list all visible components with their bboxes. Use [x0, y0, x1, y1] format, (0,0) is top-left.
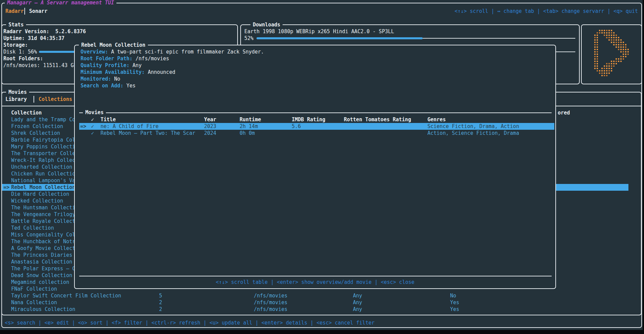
collection-name: Miss Congeniality Col — [11, 231, 75, 238]
collection-cell: Any — [353, 306, 362, 313]
collection-details-modal: Rebel Moon Collection — [74, 45, 556, 289]
modal-title: Rebel Moon Collection — [79, 42, 148, 48]
movies-table-header-cell: Genres — [427, 116, 446, 123]
collection-cell: /nfs/movies — [254, 306, 287, 313]
collection-name: Wreck-It Ralph Collec — [11, 157, 75, 164]
selection-arrow-icon: => — [80, 123, 86, 130]
collection-name: Die Hard Collection — [11, 191, 69, 197]
collection-name: Chicken Run Collectio — [11, 170, 75, 177]
movie-cell: ne: A Child of Fire — [101, 123, 159, 130]
field-label: Minimum Availability: — [81, 69, 145, 75]
field-label: Overview: — [81, 49, 108, 55]
collection-row[interactable]: Miraculous Collection2/nfs/moviesAnyYes — [2, 306, 628, 313]
collection-name: Uncharted Collection — [11, 164, 72, 170]
collection-cell: Yes — [450, 306, 459, 313]
modal-field-line: Search on Add: Yes — [81, 82, 136, 89]
collection-name: Lady and the Tramp Co — [11, 116, 75, 123]
collection-name: Rebel Moon Collection — [11, 184, 75, 191]
collection-cell: Any — [353, 299, 362, 306]
collection-name: Wicked Collection — [11, 197, 63, 204]
movie-cell: Action, Science Fiction, Drama — [427, 130, 519, 137]
movie-cell: 0h 0m — [240, 130, 255, 137]
collection-name: Mary Poppins Collecti — [11, 143, 75, 150]
movies-table-header-cell: Rotten Tomatoes Rating — [344, 116, 411, 123]
movies-table-header-cell: ✓ — [91, 116, 94, 123]
bottom-keybind-hints: <s> search | <e> edit | <o> sort | <f> f… — [5, 319, 375, 326]
collection-name: Barbie Fairytopia Col — [11, 137, 75, 143]
field-label: Root Folder Path: — [81, 56, 133, 62]
monitored-check-icon: ✓ — [91, 130, 94, 137]
collection-name: Miraculous Collection — [11, 306, 75, 313]
modal-field-line: Minimum Availability: Announced — [81, 69, 175, 76]
collection-name: Battle Royale Collect — [11, 218, 75, 225]
field-label: Search on Add: — [81, 83, 123, 89]
collection-name: The Princess Diaries — [11, 252, 72, 258]
field-value: No — [111, 76, 120, 82]
managarr-tui-screen: Managarr – A Servarr management TUI Rada… — [0, 0, 644, 334]
collection-name: The Huntsman Collecti — [11, 204, 75, 211]
collection-name: The Vengeance Trilogy — [11, 211, 75, 218]
collection-name: Dead Snow Collection — [11, 272, 72, 279]
collection-name: FNaF Collection — [11, 286, 57, 292]
collection-name: The Hunchback of Notr — [11, 238, 75, 245]
collection-name: Anastasia Collection — [11, 258, 72, 265]
movies-table-header-cell: Year — [204, 116, 216, 123]
collection-row[interactable]: Taylor Swift Concert Film Collection5/nf… — [2, 292, 628, 299]
movie-cell: 2024 — [204, 130, 216, 137]
modal-field-line: Overview: A two-part sci-fi epic from fi… — [81, 48, 264, 55]
collection-cell: /nfs/movies — [254, 299, 287, 306]
field-value: A two-part sci-fi epic from filmmaker Za… — [108, 49, 264, 55]
modal-field-line: Root Folder Path: /nfs/movies — [81, 55, 169, 62]
movie-cell: 5.6 — [292, 123, 301, 130]
collection-name: Nana Collection — [11, 299, 57, 306]
collection-name: The Polar Express – C — [11, 265, 75, 272]
selection-arrow-icon: => — [3, 184, 9, 191]
movies-table-header-cell: IMDB Rating — [292, 116, 325, 123]
movies-table-header-cell: Runtime — [240, 116, 261, 123]
collection-name: Shrek Collection — [11, 130, 60, 137]
movie-cell: 2h 14m — [240, 123, 258, 130]
field-value: /nfs/movies — [133, 56, 169, 62]
collection-name: A Goofy Movie Collect — [11, 245, 75, 252]
collection-row[interactable]: Nana Collection2/nfs/moviesAnyYes — [2, 299, 628, 306]
collection-cell: /nfs/movies — [254, 292, 287, 299]
monitored-check-icon: ✓ — [91, 123, 94, 130]
collection-cell: Yes — [450, 299, 459, 306]
movie-cell: Science Fiction, Drama, Action — [427, 123, 519, 130]
collection-name: National Lampoon's Va — [11, 177, 75, 184]
collection-cell: Any — [353, 292, 362, 299]
movie-cell: Rebel Moon – Part Two: The Scar — [101, 130, 195, 137]
collection-name: The Transporter Colle — [11, 150, 75, 157]
collection-name: Megamind collection — [11, 279, 69, 286]
collection-cell: 5 — [159, 292, 162, 299]
movies-table-header-cell: Title — [101, 116, 116, 123]
movie-cell: 2023 — [204, 123, 216, 130]
field-value: Any — [130, 62, 142, 68]
collection-name: Taylor Swift Concert Film Collection — [11, 292, 121, 299]
field-label: Quality Profile: — [81, 62, 130, 68]
collection-cell: No — [450, 292, 456, 299]
collection-name: Frozen Collection — [11, 123, 63, 130]
field-value: Announced — [145, 69, 175, 75]
collection-cell: 2 — [159, 299, 162, 306]
field-label: Monitored: — [81, 76, 111, 82]
modal-field-line: Quality Profile: Any — [81, 62, 142, 69]
field-value: Yes — [123, 83, 135, 89]
collection-cell: 2 — [159, 306, 162, 313]
collection-name: Ted Collection — [11, 225, 54, 231]
modal-field-line: Monitored: No — [81, 76, 120, 82]
